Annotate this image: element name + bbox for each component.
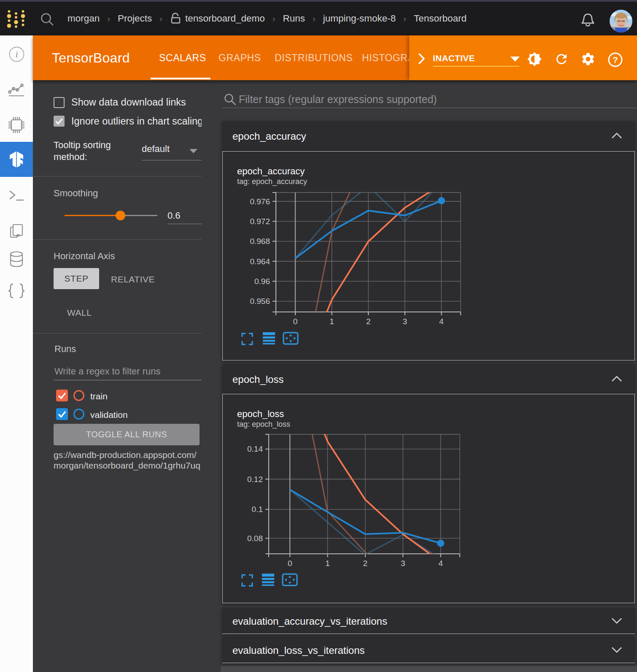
svg-text:tag: epoch_accuracy: tag: epoch_accuracy (237, 177, 307, 186)
svg-text:0.12: 0.12 (247, 475, 263, 484)
svg-text:2: 2 (363, 559, 368, 568)
svg-text:0.976: 0.976 (250, 197, 270, 206)
svg-text:0.968: 0.968 (250, 237, 270, 246)
svg-text:1: 1 (329, 317, 334, 326)
svg-text:?: ? (613, 55, 618, 65)
svg-text:0.14: 0.14 (247, 444, 263, 453)
svg-text:2: 2 (366, 317, 371, 326)
svg-text:0: 0 (288, 559, 292, 568)
svg-text:0.08: 0.08 (247, 534, 263, 543)
svg-text:epoch_loss: epoch_loss (237, 409, 284, 419)
svg-text:0.964: 0.964 (250, 257, 270, 266)
svg-text:0.96: 0.96 (254, 277, 270, 286)
svg-text:4: 4 (439, 317, 444, 326)
svg-text:0.956: 0.956 (250, 297, 270, 306)
svg-text:3: 3 (401, 559, 405, 568)
svg-text:0.1: 0.1 (252, 505, 263, 514)
svg-text:0: 0 (293, 317, 298, 326)
svg-text:4: 4 (438, 559, 443, 568)
svg-text:0.972: 0.972 (250, 217, 270, 226)
svg-text:1: 1 (325, 559, 330, 568)
svg-text:i: i (15, 49, 18, 60)
svg-text:epoch_accuracy: epoch_accuracy (237, 166, 305, 176)
svg-text:tag: epoch_loss: tag: epoch_loss (237, 420, 290, 429)
svg-text:3: 3 (403, 317, 408, 326)
